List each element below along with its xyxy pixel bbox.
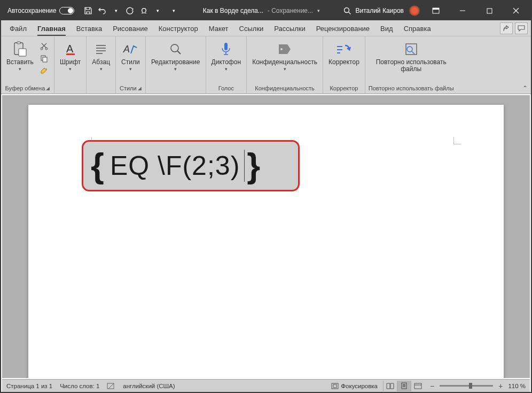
word-count[interactable]: Число слов: 1 [60, 383, 99, 389]
tab-draw[interactable]: Рисование [107, 21, 153, 36]
ribbon-display-button[interactable] [425, 2, 447, 19]
close-button[interactable] [505, 2, 527, 19]
symbol-dropdown-icon[interactable]: ▾ [153, 6, 162, 15]
user-name[interactable]: Виталий Каиров [355, 7, 404, 14]
copy-icon[interactable] [39, 53, 50, 64]
document-title: Как в Ворде сдела... [203, 7, 263, 14]
paste-button[interactable]: Вставить ▾ [4, 40, 36, 73]
svg-point-18 [407, 47, 412, 52]
autosave-toggle[interactable]: Автосохранение [3, 7, 79, 14]
styles-button[interactable]: A Стили ▾ [119, 40, 142, 73]
group-label-clipboard: Буфер обмена [5, 85, 45, 91]
symbol-icon[interactable]: Ω [139, 6, 148, 15]
group-corrector: Корректор Корректор [323, 36, 365, 94]
svg-text:A: A [66, 43, 74, 55]
paragraph-icon [92, 41, 109, 58]
chevron-down-icon: ▾ [69, 67, 72, 72]
tab-insert[interactable]: Вставка [71, 21, 107, 36]
chevron-down-icon: ▾ [129, 67, 132, 72]
minimize-button[interactable] [452, 2, 473, 19]
launcher-icon[interactable]: ◢ [138, 86, 142, 91]
save-icon[interactable] [84, 6, 92, 15]
svg-rect-17 [406, 44, 417, 55]
styles-icon: A [122, 41, 139, 58]
document-area[interactable]: { EQ \F(2;3) } [2, 95, 530, 378]
collapse-ribbon-icon[interactable]: ⌃ [522, 84, 528, 92]
reuse-files-button[interactable]: Повторно использовать файлы [372, 40, 451, 74]
toggle-switch-icon [59, 7, 74, 14]
group-reuse: Повторно использовать файлы Повторно исп… [365, 36, 457, 94]
page[interactable]: { EQ \F(2;3) } [28, 105, 504, 378]
autosave-label: Автосохранение [7, 7, 56, 14]
comments-button[interactable] [515, 22, 528, 34]
font-button[interactable]: A Шрифт ▾ [58, 40, 83, 73]
zoom-in-button[interactable]: + [498, 382, 503, 390]
undo-dropdown-icon[interactable]: ▾ [112, 6, 120, 15]
chevron-down-icon: ▾ [100, 67, 103, 72]
group-label-voice: Голос [209, 84, 243, 93]
brace-open-icon: { [91, 146, 105, 186]
margin-marker-icon [453, 137, 461, 144]
print-layout-button[interactable] [397, 381, 411, 391]
chevron-down-icon: ▾ [284, 67, 286, 72]
tab-layout[interactable]: Макет [204, 21, 234, 36]
tab-design[interactable]: Конструктор [153, 21, 204, 36]
cut-icon[interactable] [39, 41, 50, 51]
group-editing: Редактирование ▾ [146, 36, 206, 94]
save-status: - Сохранение... [268, 7, 313, 14]
editing-button[interactable]: Редактирование ▾ [149, 40, 202, 73]
svg-rect-23 [414, 383, 421, 389]
tab-home[interactable]: Главная [32, 21, 71, 36]
dictate-button[interactable]: Диктофон ▾ [209, 40, 243, 73]
proofing-icon[interactable] [107, 382, 115, 390]
svg-rect-5 [17, 42, 20, 44]
group-confidential: Конфиденциальность ▾ Конфиденциальность [247, 36, 323, 94]
chevron-down-icon: ▾ [19, 67, 21, 72]
svg-rect-21 [333, 384, 337, 388]
zoom-out-button[interactable]: − [430, 382, 434, 390]
microphone-icon [217, 41, 234, 58]
group-label-reuse: Повторно использовать файлы [369, 84, 454, 93]
search-icon[interactable] [343, 6, 351, 15]
tab-help[interactable]: Справка [398, 21, 436, 36]
zoom-level[interactable]: 110 % [508, 383, 526, 389]
svg-rect-12 [66, 53, 75, 55]
group-label-corrector: Корректор [326, 84, 362, 93]
title-dropdown-icon[interactable]: ▾ [317, 9, 320, 13]
svg-point-14 [171, 44, 178, 52]
qat-customize-icon[interactable]: ▾ [169, 6, 178, 15]
title-center: Как в Ворде сдела... - Сохранение... ▾ [183, 7, 339, 14]
svg-rect-2 [433, 8, 439, 10]
paragraph-button[interactable]: Абзац ▾ [90, 40, 112, 73]
text-cursor-icon [244, 150, 245, 182]
share-button[interactable] [500, 22, 513, 34]
page-indicator[interactable]: Страница 1 из 1 [6, 383, 52, 389]
chevron-down-icon: ▾ [174, 67, 177, 72]
quick-access-toolbar: ▾ Ω ▾ ▾ [79, 6, 183, 15]
undo-icon[interactable] [98, 6, 106, 15]
read-mode-button[interactable] [383, 381, 397, 391]
svg-rect-6 [19, 49, 26, 56]
zoom-slider[interactable] [440, 385, 493, 387]
web-layout-button[interactable] [411, 381, 425, 391]
tab-references[interactable]: Ссылки [234, 21, 269, 36]
field-code-highlight[interactable]: { EQ \F(2;3) } [82, 140, 300, 191]
svg-point-0 [344, 7, 349, 12]
chevron-down-icon: ▾ [225, 67, 228, 72]
user-avatar-icon[interactable] [409, 5, 420, 16]
focus-mode-button[interactable]: Фокусировка [331, 383, 378, 389]
redo-icon[interactable] [126, 6, 134, 15]
corrector-button[interactable]: Корректор [326, 40, 362, 67]
tab-mailings[interactable]: Рассылки [269, 21, 310, 36]
confidential-button[interactable]: Конфиденциальность ▾ [250, 40, 319, 73]
format-painter-icon[interactable] [39, 65, 50, 76]
brace-close-icon: } [247, 146, 261, 186]
launcher-icon[interactable]: ◢ [46, 86, 50, 91]
view-buttons [383, 381, 425, 391]
language-indicator[interactable]: английский (США) [123, 383, 175, 389]
field-code-text: { EQ \F(2;3) } [89, 146, 263, 186]
tab-review[interactable]: Рецензирование [311, 21, 375, 36]
tab-view[interactable]: Вид [375, 21, 398, 36]
maximize-button[interactable] [479, 2, 500, 19]
tab-file[interactable]: Файл [4, 21, 32, 36]
